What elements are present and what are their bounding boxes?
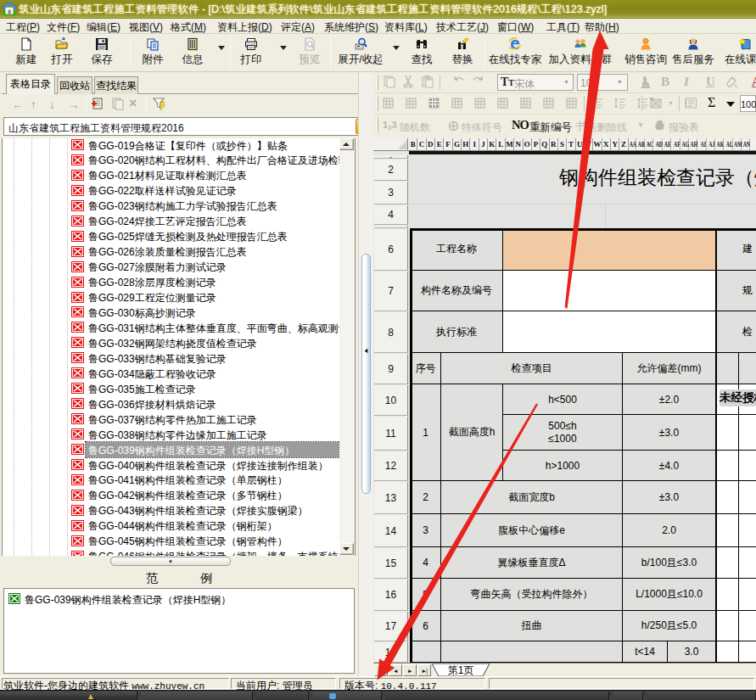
- svg-text:第1页: 第1页: [448, 664, 474, 676]
